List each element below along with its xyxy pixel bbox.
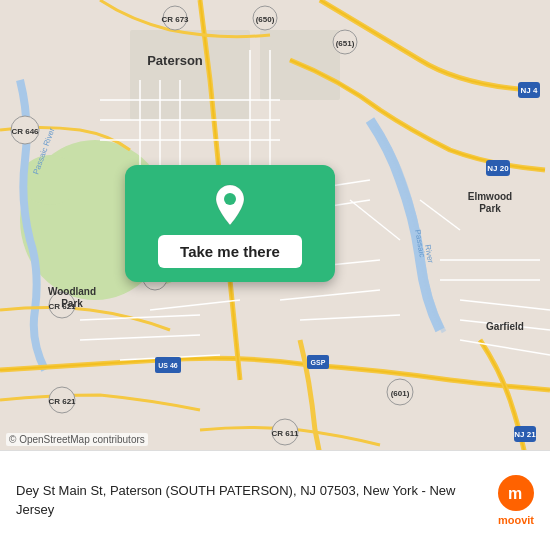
svg-text:US 46: US 46	[158, 362, 178, 369]
svg-text:(651): (651)	[336, 39, 355, 48]
svg-text:CR 673: CR 673	[161, 15, 189, 24]
svg-text:NJ 21: NJ 21	[514, 430, 536, 439]
svg-text:CR 621: CR 621	[48, 397, 76, 406]
svg-text:NJ 20: NJ 20	[487, 164, 509, 173]
svg-text:Park: Park	[61, 298, 83, 309]
info-bar: Dey St Main St, Paterson (SOUTH PATERSON…	[0, 450, 550, 550]
address-text: Dey St Main St, Paterson (SOUTH PATERSON…	[16, 482, 486, 518]
map-container: CR 673 (650) (651) NJ 4 NJ 20 CR 646 NJ …	[0, 0, 550, 550]
green-box: Take me there	[125, 165, 335, 282]
take-me-there-overlay: Take me there	[125, 165, 335, 282]
svg-point-2	[20, 155, 80, 205]
svg-text:(650): (650)	[256, 15, 275, 24]
moovit-logo: m moovit	[498, 475, 534, 526]
svg-text:Park: Park	[479, 203, 501, 214]
svg-text:(601): (601)	[391, 389, 410, 398]
osm-credit: © OpenStreetMap contributors	[6, 433, 148, 446]
svg-text:Woodland: Woodland	[48, 286, 96, 297]
svg-rect-4	[130, 30, 250, 120]
svg-text:NJ 4: NJ 4	[521, 86, 538, 95]
take-me-there-button[interactable]: Take me there	[158, 235, 302, 268]
svg-text:Garfield: Garfield	[486, 321, 524, 332]
moovit-icon-svg: m	[505, 482, 527, 504]
svg-text:CR 611: CR 611	[271, 429, 299, 438]
moovit-logo-icon: m	[498, 475, 534, 511]
svg-text:Elmwood: Elmwood	[468, 191, 512, 202]
location-pin-icon	[212, 183, 248, 227]
svg-point-45	[224, 193, 236, 205]
svg-text:m: m	[508, 485, 522, 502]
svg-text:GSP: GSP	[311, 359, 326, 366]
svg-text:CR 646: CR 646	[11, 127, 39, 136]
moovit-logo-label: moovit	[498, 514, 534, 526]
svg-text:Paterson: Paterson	[147, 53, 203, 68]
